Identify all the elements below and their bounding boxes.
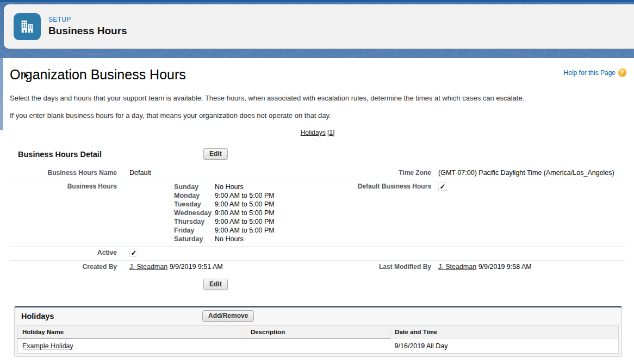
detail-row-active: Active ✓	[10, 247, 625, 261]
edit-button-bottom[interactable]: Edit	[203, 279, 228, 290]
intro-paragraph-2: If you enter blank business hours for a …	[10, 111, 625, 120]
detail-row-audit: Created By J. Steadman 9/9/2019 9:51 AM …	[10, 261, 625, 274]
week-row: Tuesday9:00 AM to 5:00 PM	[174, 200, 309, 209]
business-hours-name-value: Default	[117, 169, 309, 177]
detail-table: Business Hours Name Default Time Zone (G…	[10, 167, 625, 274]
created-by-label: Created By	[10, 263, 117, 271]
holidays-section: Holidays Add/Remove Holiday Name Descrip…	[14, 306, 622, 357]
setup-label: SETUP	[48, 16, 127, 23]
modified-by-user-link[interactable]: J. Steadman	[438, 263, 476, 271]
week-hours-list: SundayNo Hours Monday9:00 AM to 5:00 PM …	[174, 183, 309, 243]
time-zone-label: Time Zone	[309, 169, 431, 177]
column-header-holiday-name: Holiday Name	[18, 326, 246, 338]
created-date: 9/9/2019 9:51 AM	[170, 263, 223, 271]
active-label: Active	[10, 249, 117, 257]
holiday-name-link[interactable]: Example Holiday	[22, 342, 73, 350]
bracket-close: ]	[333, 129, 334, 136]
week-row: Wednesday9:00 AM to 5:00 PM	[174, 209, 309, 217]
holidays-section-title: Holidays	[21, 312, 54, 321]
week-row: SaturdayNo Hours	[174, 235, 309, 243]
column-header-description: Description	[246, 326, 390, 338]
last-modified-by-label: Last Modified By	[309, 263, 431, 271]
created-by-user-link[interactable]: J. Steadman	[129, 263, 167, 271]
edit-button-top[interactable]: Edit	[203, 148, 228, 160]
week-row: Friday9:00 AM to 5:00 PM	[174, 226, 309, 235]
active-checked-checkbox-icon: ✓	[129, 249, 138, 257]
modified-date: 9/9/2019 9:58 AM	[478, 263, 532, 271]
left-blue-gutter	[0, 58, 3, 130]
business-hours-label: Business Hours	[10, 183, 117, 191]
main-content: Help for this Page ? Organization Busine…	[0, 58, 634, 364]
help-link-label: Help for this Page	[564, 69, 616, 77]
holiday-description-cell	[246, 338, 390, 354]
add-remove-button[interactable]: Add/Remove	[202, 310, 254, 322]
buildings-icon	[14, 13, 41, 40]
week-row: SundayNo Hours	[174, 183, 309, 191]
column-header-date-and-time: Date and Time	[390, 326, 619, 338]
help-for-this-page-link[interactable]: Help for this Page ?	[564, 68, 626, 77]
help-question-icon[interactable]: ?	[618, 68, 626, 77]
page-header-title: Business Hours	[48, 25, 127, 37]
default-checked-checkbox-icon: ✓	[438, 183, 447, 191]
week-row: Thursday9:00 AM to 5:00 PM	[174, 217, 309, 226]
holidays-table: Holiday Name Description Date and Time E…	[17, 325, 619, 354]
detail-row-name-timezone: Business Hours Name Default Time Zone (G…	[10, 167, 625, 180]
intro-paragraph-1: Select the days and hours that your supp…	[10, 94, 625, 102]
holidays-jump-line: Holidays [1]	[10, 129, 625, 136]
window-top-bar	[0, 0, 634, 2]
setup-header: SETUP Business Hours	[4, 4, 634, 49]
holiday-table-row: Example Holiday 9/16/2019 All Day	[18, 338, 619, 354]
week-row: Monday9:00 AM to 5:00 PM	[174, 191, 309, 200]
holiday-date-cell: 9/16/2019 All Day	[390, 338, 619, 354]
detail-row-hours: Business Hours SundayNo Hours Monday9:00…	[10, 180, 625, 247]
default-business-hours-label: Default Business Hours	[309, 183, 431, 191]
time-zone-value: (GMT-07:00) Pacific Daylight Time (Ameri…	[431, 169, 625, 177]
page-title: Organization Business Hours	[10, 67, 625, 83]
detail-section-header: Business Hours Detail Edit	[10, 148, 625, 162]
holidays-jump-link[interactable]: Holidays	[301, 129, 326, 136]
detail-section-title: Business Hours Detail	[10, 148, 625, 159]
holidays-section-header: Holidays Add/Remove	[15, 307, 621, 325]
business-hours-name-label: Business Hours Name	[10, 169, 117, 177]
